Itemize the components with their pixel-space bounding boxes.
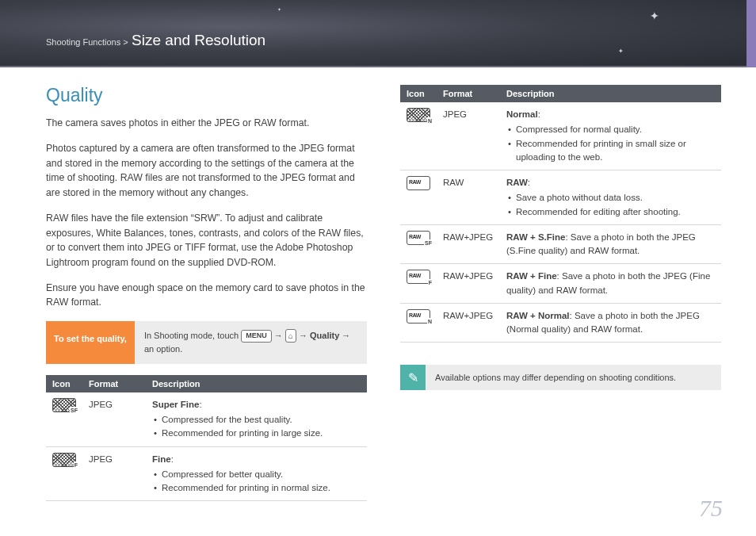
table-row: RAW RAW: Save a photo without data loss.…: [400, 170, 721, 225]
fine-icon: F: [52, 453, 76, 467]
fmt: JPEG: [437, 102, 500, 170]
arrow-icon: →: [299, 331, 307, 340]
table-header-row: Icon Format Description: [400, 85, 721, 102]
table-header-row: Icon Format Description: [46, 375, 367, 392]
fmt: RAW+JPEG: [437, 303, 500, 343]
quality-table-right: Icon Format Description N JPEG Normal: C…: [400, 85, 721, 343]
table-row: SF JPEG Super Fine: Compressed for the b…: [46, 392, 367, 446]
note-text: Available options may differ depending o…: [426, 365, 721, 390]
th-format: Format: [82, 375, 146, 392]
fmt: RAW+JPEG: [437, 264, 500, 304]
intro-p3: RAW files have the file extension “SRW”.…: [46, 211, 367, 270]
list-item: Save a photo without data loss.: [506, 191, 715, 205]
row-title: RAW + S.Fine: [506, 232, 565, 242]
raw-sfine-icon: SF: [407, 231, 430, 245]
callout-label: To set the quality,: [46, 321, 135, 364]
callout-text: In Shooting mode, touch MENU → ⌂ → Quali…: [135, 321, 367, 364]
row-title: RAW: [506, 178, 528, 187]
list-item: Compressed for normal quality.: [506, 123, 715, 136]
note-icon: ✎: [400, 365, 426, 390]
desc-cell: RAW + Fine: Save a photo in both the JPE…: [500, 264, 721, 304]
table-row: F JPEG Fine: Compressed for better quali…: [46, 446, 367, 501]
instruction-callout: To set the quality, In Shooting mode, to…: [46, 321, 367, 364]
th-desc: Description: [500, 85, 721, 102]
raw-icon: [407, 176, 430, 190]
breadcrumb-prefix: Shooting Functions >: [46, 37, 128, 47]
th-format: Format: [437, 85, 500, 102]
row-title: Normal: [506, 109, 538, 119]
table-row: N JPEG Normal: Compressed for normal qua…: [400, 102, 721, 170]
accent-stripe: [746, 0, 756, 67]
right-column: Icon Format Description N JPEG Normal: C…: [400, 85, 721, 501]
content-area: Quality The camera saves photos in eithe…: [0, 67, 756, 501]
row-title: RAW + Fine: [506, 271, 557, 281]
callout-bold: Quality: [310, 331, 339, 340]
fmt: RAW: [437, 170, 500, 225]
desc-cell: RAW + Normal: Save a photo in both the J…: [500, 303, 721, 343]
raw-normal-icon: N: [407, 309, 430, 324]
th-icon: Icon: [46, 375, 82, 392]
list-item: Recommended for printing in large size.: [152, 427, 361, 440]
row-title: RAW + Normal: [506, 311, 570, 320]
menu-chip: MENU: [241, 330, 272, 343]
desc-cell: RAW + S.Fine: Save a photo in both the J…: [500, 224, 721, 264]
list-item: Recommended for printing in normal size.: [152, 481, 361, 495]
arrow-icon: →: [342, 331, 350, 340]
fmt: JPEG: [82, 392, 146, 446]
list-item: Compressed for the best quality.: [152, 413, 361, 427]
table-row: N RAW+JPEG RAW + Normal: Save a photo in…: [400, 303, 721, 343]
table-row: F RAW+JPEG RAW + Fine: Save a photo in b…: [400, 264, 721, 304]
desc-cell: Fine: Compressed for better quality. Rec…: [146, 446, 367, 501]
callout-suffix: an option.: [144, 344, 182, 354]
note-callout: ✎ Available options may differ depending…: [400, 365, 721, 390]
row-title: Fine: [152, 454, 171, 464]
fmt: RAW+JPEG: [437, 224, 500, 264]
list-item: Recommended for printing in small size o…: [506, 137, 715, 165]
desc-cell: Normal: Compressed for normal quality. R…: [500, 102, 721, 170]
desc-cell: RAW: Save a photo without data loss. Rec…: [500, 170, 721, 225]
breadcrumb-title: Size and Resolution: [132, 32, 265, 48]
list-item: Recommended for editing after shooting.: [506, 205, 715, 219]
camera-icon: ⌂: [285, 329, 296, 343]
list-item: Compressed for better quality.: [152, 468, 361, 481]
section-heading: Quality: [46, 85, 367, 106]
table-row: SF RAW+JPEG RAW + S.Fine: Save a photo i…: [400, 224, 721, 264]
left-column: Quality The camera saves photos in eithe…: [46, 85, 367, 501]
th-desc: Description: [146, 375, 367, 392]
normal-icon: N: [407, 108, 430, 122]
quality-table-left: Icon Format Description SF JPEG Super Fi…: [46, 375, 367, 502]
page-number: 75: [699, 495, 723, 522]
intro-p1: The camera saves photos in either the JP…: [46, 116, 367, 130]
superfine-icon: SF: [52, 398, 76, 412]
raw-fine-icon: F: [407, 270, 430, 284]
intro-p4: Ensure you have enough space on the memo…: [46, 281, 367, 310]
intro-p2: Photos captured by a camera are often tr…: [46, 141, 367, 200]
fmt: JPEG: [82, 446, 146, 501]
th-icon: Icon: [400, 85, 437, 102]
desc-cell: Super Fine: Compressed for the best qual…: [146, 392, 367, 446]
row-title: Super Fine: [152, 400, 199, 409]
page-header: ✦✦✦ Shooting Functions > Size and Resolu…: [0, 0, 756, 67]
callout-prefix: In Shooting mode, touch: [144, 331, 241, 340]
arrow-icon: →: [274, 331, 283, 340]
